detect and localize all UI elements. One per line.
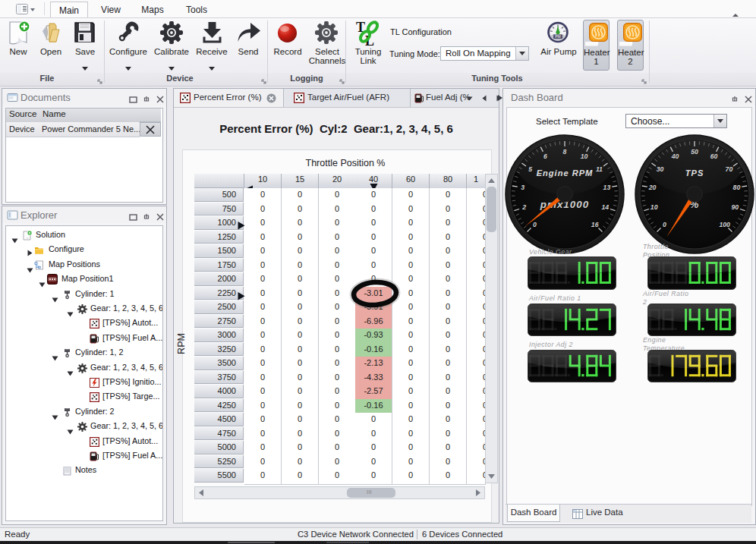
svg-text:6: 6 xyxy=(543,153,547,160)
svg-text:90: 90 xyxy=(731,203,739,211)
svg-text:20: 20 xyxy=(648,184,657,191)
svg-text:PM: PM xyxy=(555,34,561,39)
svg-text:13: 13 xyxy=(603,184,611,191)
svg-text:11: 11 xyxy=(596,165,603,173)
svg-text:0: 0 xyxy=(533,221,537,228)
svg-text:10: 10 xyxy=(581,153,588,160)
svg-text:30: 30 xyxy=(657,165,664,173)
svg-text:Engine RPM: Engine RPM xyxy=(537,168,594,178)
svg-text:10: 10 xyxy=(650,203,658,211)
svg-text:8: 8 xyxy=(563,148,567,156)
svg-text:16: 16 xyxy=(591,221,599,228)
svg-text:50: 50 xyxy=(691,148,698,156)
svg-text:14: 14 xyxy=(601,203,609,211)
svg-text:5: 5 xyxy=(528,165,532,173)
svg-text:TPS: TPS xyxy=(685,168,704,178)
svg-text:40: 40 xyxy=(671,153,679,160)
svg-text:2: 2 xyxy=(521,203,526,211)
svg-text:70: 70 xyxy=(726,165,733,173)
svg-text:3: 3 xyxy=(521,184,524,191)
svg-text:60: 60 xyxy=(710,153,718,160)
svg-text:100: 100 xyxy=(719,221,730,228)
svg-text:0: 0 xyxy=(663,221,666,228)
svg-text:80: 80 xyxy=(733,184,741,191)
